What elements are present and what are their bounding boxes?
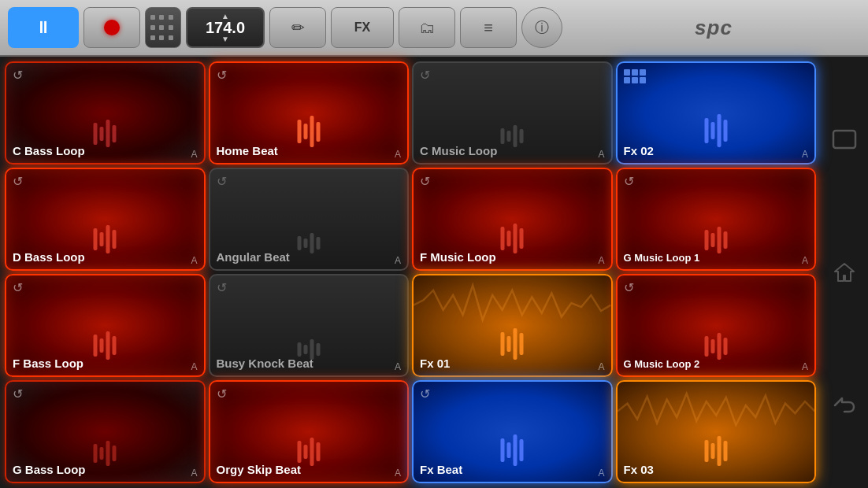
loop-icon: ↺ bbox=[420, 386, 430, 401]
pad-label: Angular Beat bbox=[217, 250, 290, 264]
pad-a-label: A bbox=[191, 361, 197, 372]
pencil-icon: ✏ bbox=[291, 18, 305, 37]
pad-label: Fx 03 bbox=[624, 463, 654, 477]
pad-a-label: A bbox=[802, 149, 808, 160]
menu-button[interactable]: ≡ bbox=[460, 7, 517, 48]
pad-a-label: A bbox=[802, 361, 808, 372]
pad-fx-03[interactable]: Fx 03 bbox=[616, 380, 817, 483]
loop-icon: ↺ bbox=[217, 68, 227, 83]
grid-icon bbox=[624, 69, 646, 83]
pad-label: G Music Loop 2 bbox=[624, 358, 700, 371]
pad-a-label: A bbox=[395, 361, 401, 372]
pad-a-label: A bbox=[598, 361, 604, 372]
pad-a-label: A bbox=[395, 468, 401, 479]
pad-fx-02[interactable]: Fx 02 A bbox=[616, 61, 817, 165]
fx-button[interactable]: FX bbox=[331, 7, 394, 48]
pad-g-bass-loop[interactable]: ↺ G Bass Loop A bbox=[5, 380, 206, 483]
pad-a-label: A bbox=[598, 468, 604, 479]
loop-icon: ↺ bbox=[217, 280, 227, 295]
menu-icon: ≡ bbox=[484, 19, 493, 37]
record-button[interactable] bbox=[83, 7, 140, 48]
pad-orgy-skip-beat[interactable]: ↺ Orgy Skip Beat A bbox=[209, 380, 410, 483]
loop-icon: ↺ bbox=[420, 68, 430, 83]
sidebar bbox=[821, 57, 868, 488]
pad-label: Fx 01 bbox=[420, 357, 450, 371]
info-icon: ⓘ bbox=[535, 18, 549, 37]
bpm-value: 174.0 bbox=[206, 19, 245, 37]
pad-a-label: A bbox=[395, 149, 401, 160]
loop-icon: ↺ bbox=[624, 280, 634, 295]
loop-icon: ↺ bbox=[624, 174, 634, 189]
grid-button[interactable] bbox=[145, 7, 181, 48]
pause-icon: ⏸ bbox=[35, 17, 52, 38]
pad-home-beat[interactable]: ↺ Home Beat A bbox=[209, 61, 410, 165]
pad-g-music-loop-1[interactable]: ↺ G Music Loop 1 A bbox=[616, 168, 817, 271]
svg-rect-0 bbox=[833, 131, 855, 148]
pad-a-label: A bbox=[191, 255, 197, 266]
loop-icon: ↺ bbox=[13, 68, 23, 83]
pad-label: Fx Beat bbox=[420, 463, 462, 477]
record-icon bbox=[104, 20, 120, 35]
pad-label: Fx 02 bbox=[624, 144, 654, 158]
pad-label: C Bass Loop bbox=[13, 144, 85, 158]
spc-label: spc bbox=[695, 16, 733, 40]
toolbar: ⏸ 174.0 ✏ FX 🗂 ≡ ⓘ spc bbox=[0, 0, 868, 57]
pad-a-label: A bbox=[598, 255, 604, 266]
pad-label: G Music Loop 1 bbox=[624, 252, 700, 264]
pad-label: F Bass Loop bbox=[13, 357, 83, 371]
waveform-svg bbox=[618, 382, 815, 441]
loop-icon: ↺ bbox=[13, 174, 23, 189]
pad-fx-beat[interactable]: ↺ Fx Beat A bbox=[412, 380, 613, 483]
pad-f-bass-loop[interactable]: ↺ F Bass Loop A bbox=[5, 274, 206, 377]
folder-icon: 🗂 bbox=[419, 19, 435, 37]
pad-busy-knock-beat[interactable]: ↺ Busy Knock Beat A bbox=[209, 274, 410, 377]
loop-icon: ↺ bbox=[217, 174, 227, 189]
info-button[interactable]: ⓘ bbox=[521, 7, 562, 48]
waveform-svg bbox=[414, 275, 611, 335]
play-pause-button[interactable]: ⏸ bbox=[8, 7, 79, 48]
pad-label: Home Beat bbox=[217, 144, 278, 158]
loop-icon: ↺ bbox=[217, 386, 227, 401]
loop-icon: ↺ bbox=[13, 280, 23, 295]
pad-fx-01[interactable]: Fx 01 A bbox=[412, 274, 613, 377]
pad-a-label: A bbox=[598, 149, 604, 160]
pad-label: D Bass Loop bbox=[13, 250, 85, 264]
loop-icon: ↺ bbox=[13, 386, 23, 401]
pencil-button[interactable]: ✏ bbox=[269, 7, 326, 48]
pad-angular-beat[interactable]: ↺ Angular Beat A bbox=[209, 168, 410, 271]
pad-a-label: A bbox=[191, 149, 197, 160]
sidebar-rectangle-icon[interactable] bbox=[829, 124, 860, 155]
pad-label: C Music Loop bbox=[420, 144, 497, 158]
bpm-control[interactable]: 174.0 bbox=[186, 7, 265, 48]
pad-c-music-loop[interactable]: ↺ C Music Loop A bbox=[412, 61, 613, 165]
pad-f-music-loop[interactable]: ↺ F Music Loop A bbox=[412, 168, 613, 271]
pad-c-bass-loop[interactable]: ↺ C Bass Loop A bbox=[5, 61, 206, 165]
pad-grid: ↺ C Bass Loop A ↺ Home Beat A ↺ bbox=[0, 57, 821, 488]
pad-d-bass-loop[interactable]: ↺ D Bass Loop A bbox=[5, 168, 206, 271]
pad-label: Orgy Skip Beat bbox=[217, 463, 302, 477]
pad-a-label: A bbox=[191, 468, 197, 479]
pad-label: Busy Knock Beat bbox=[217, 357, 313, 371]
main-content: ↺ C Bass Loop A ↺ Home Beat A ↺ bbox=[0, 57, 868, 488]
pad-g-music-loop-2[interactable]: ↺ G Music Loop 2 A bbox=[616, 274, 817, 377]
folder-button[interactable]: 🗂 bbox=[399, 7, 455, 48]
sidebar-home-icon[interactable] bbox=[829, 257, 860, 288]
loop-icon: ↺ bbox=[420, 174, 430, 189]
sidebar-back-icon[interactable] bbox=[829, 390, 860, 421]
pad-label: G Bass Loop bbox=[13, 463, 86, 477]
pad-label: F Music Loop bbox=[420, 250, 496, 264]
spc-button[interactable]: spc bbox=[567, 7, 860, 48]
pad-a-label: A bbox=[395, 255, 401, 266]
pad-a-label: A bbox=[802, 255, 808, 266]
fx-label: FX bbox=[354, 20, 370, 35]
